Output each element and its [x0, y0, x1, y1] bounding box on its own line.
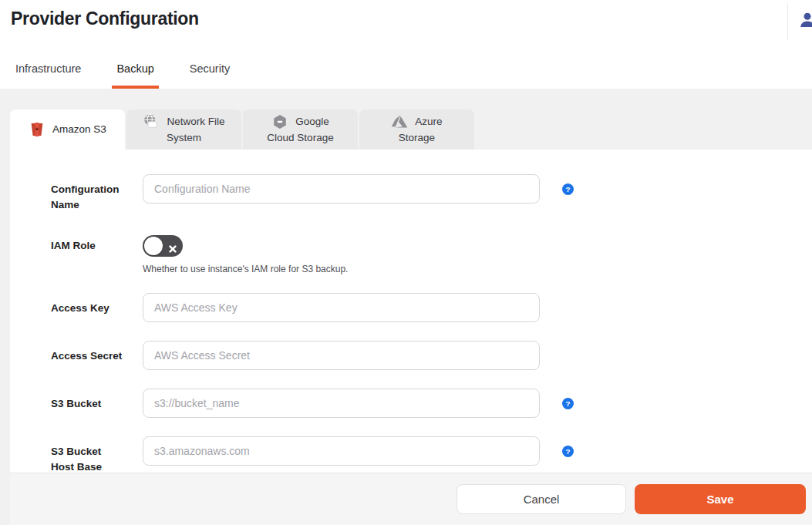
provider-tab-label-line2: Storage [399, 130, 435, 146]
iam-role-helper-text: Whether to use instance's IAM role for S… [143, 264, 348, 274]
iam-role-label: IAM Role [51, 231, 143, 254]
s3-config-form: Configuration Name ? IAM Role [10, 150, 812, 473]
tab-infrastructure[interactable]: Infrastructure [11, 62, 86, 89]
provider-configuration-page: Provider Configuration Infrastructure Ba… [0, 0, 812, 525]
form-row-access-key: Access Key [51, 293, 812, 322]
provider-tab-label: Network File [167, 114, 224, 130]
svg-text:?: ? [565, 399, 570, 408]
provider-tab-label: Google [295, 114, 329, 130]
form-row-configuration-name: Configuration Name ? [51, 174, 812, 212]
cancel-button[interactable]: Cancel [457, 484, 626, 514]
iam-role-toggle[interactable] [143, 235, 183, 257]
form-row-s3-bucket-host-base: S3 Bucket Host Base ? [51, 436, 812, 474]
provider-tab-amazon-s3[interactable]: Amazon S3 [10, 109, 125, 150]
form-footer: Cancel Save [10, 473, 812, 525]
hexagon-dash-icon [271, 113, 288, 130]
tab-security[interactable]: Security [185, 62, 234, 89]
amazon-s3-bucket-icon [29, 121, 45, 138]
header-divider [787, 3, 788, 40]
amazon-s3-panel: Configuration Name ? IAM Role [10, 150, 812, 525]
s3-bucket-host-base-input[interactable] [143, 436, 540, 466]
provider-tab-azure-storage[interactable]: Azure Storage [359, 109, 474, 150]
azure-triangle-icon [391, 113, 408, 130]
backup-content: Amazon S3 [0, 89, 812, 525]
page-title: Provider Configuration [0, 0, 812, 29]
access-secret-input[interactable] [143, 341, 540, 370]
access-key-label: Access Key [51, 293, 143, 316]
page-header: Provider Configuration Infrastructure Ba… [0, 0, 812, 89]
help-icon[interactable]: ? [562, 398, 574, 412]
provider-tab-label-line2: Cloud Storage [267, 130, 333, 146]
main-tabs: Infrastructure Backup Security [11, 62, 261, 89]
provider-tab-label: Azure [415, 114, 442, 130]
configuration-name-input[interactable] [143, 174, 540, 204]
configuration-name-label: Configuration Name [51, 174, 143, 212]
s3-bucket-label: S3 Bucket [51, 389, 143, 412]
save-button[interactable]: Save [635, 484, 806, 514]
form-row-iam-role: IAM Role Whether to use instance's IAM r… [51, 231, 812, 274]
s3-bucket-host-base-label: S3 Bucket Host Base [51, 436, 143, 474]
help-icon[interactable]: ? [562, 183, 574, 198]
access-key-input[interactable] [143, 293, 540, 322]
help-icon[interactable]: ? [562, 446, 574, 460]
user-icon[interactable] [798, 11, 812, 29]
form-row-access-secret: Access Secret [51, 341, 812, 370]
globe-folder-icon [143, 113, 160, 130]
s3-bucket-input[interactable] [143, 389, 540, 418]
provider-tab-label: Amazon S3 [52, 122, 106, 137]
provider-tab-label-line2: System [167, 130, 201, 146]
provider-tabs: Amazon S3 [10, 109, 812, 150]
form-row-s3-bucket: S3 Bucket ? [51, 389, 812, 418]
provider-tab-network-file-system[interactable]: Network File System [126, 109, 241, 150]
svg-text:?: ? [565, 185, 570, 194]
x-cross-icon [169, 242, 177, 256]
toggle-knob [144, 237, 163, 255]
svg-text:?: ? [565, 447, 570, 456]
tab-backup[interactable]: Backup [112, 62, 158, 89]
access-secret-label: Access Secret [51, 341, 143, 364]
provider-tab-google-cloud-storage[interactable]: Google Cloud Storage [243, 109, 358, 150]
